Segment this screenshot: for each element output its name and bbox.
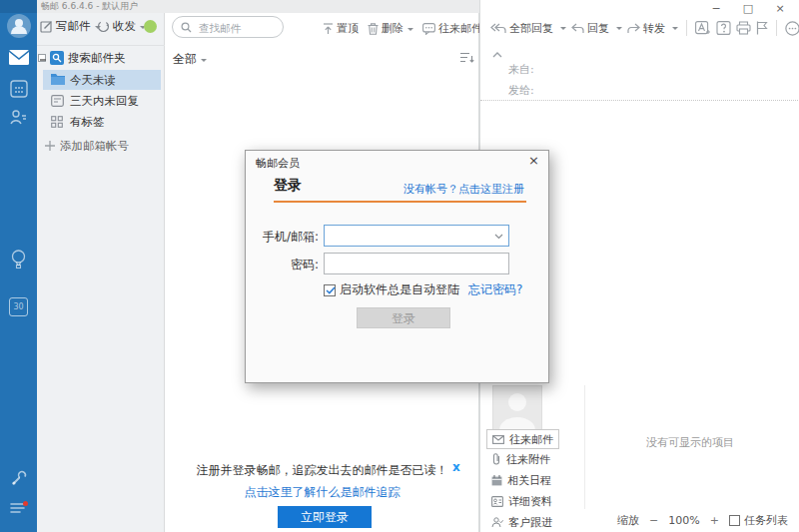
sort-icon	[460, 52, 474, 64]
send-receive-button[interactable]: 收发	[97, 19, 146, 34]
task-list-label: 任务列表	[744, 513, 788, 528]
dialog-login-button[interactable]: 登录	[357, 307, 450, 328]
contacts-nav-button[interactable]	[0, 108, 37, 127]
task-list-checkbox[interactable]	[729, 515, 740, 526]
password-input[interactable]	[329, 256, 494, 273]
register-link[interactable]: 没有帐号？点击这里注册	[403, 182, 524, 197]
zoom-in-button[interactable]: +	[710, 514, 719, 527]
minimize-button[interactable]: −	[708, 2, 724, 16]
contact-tab-label: 往来附件	[506, 452, 550, 467]
calendar-30-button[interactable]: 30	[0, 297, 37, 316]
reply-label: 回复	[587, 21, 609, 36]
menu-button[interactable]	[0, 501, 37, 515]
tree-collapse-icon[interactable]	[38, 54, 46, 62]
forward-caret-icon	[672, 27, 678, 33]
flag-button[interactable]	[756, 21, 768, 35]
font-size-icon	[695, 21, 711, 35]
reply-caret-icon	[616, 27, 622, 33]
delete-caret-icon	[407, 28, 413, 34]
from-label: 来自:	[508, 62, 534, 77]
filter-dropdown[interactable]: 全部	[173, 51, 207, 68]
promo-tracking-link[interactable]: 点击这里了解什么是邮件追踪	[165, 484, 479, 501]
delete-button[interactable]: 删除	[368, 21, 413, 36]
more-reading-actions-button[interactable]	[785, 21, 799, 36]
forgot-password-link[interactable]: 忘记密码?	[468, 281, 522, 298]
pin-top-button[interactable]: 置顶	[323, 21, 359, 36]
account-combo[interactable]	[324, 225, 509, 247]
dialog-close-button[interactable]: ×	[528, 153, 539, 168]
toolbar-divider	[776, 20, 777, 36]
folder-item-label: 三天内未回复	[70, 91, 139, 111]
folder-item-today-unread[interactable]: 今天未读	[43, 70, 161, 90]
promo-close-label: x	[452, 460, 460, 474]
contact-tab-related-schedule[interactable]: 相关日程	[486, 471, 556, 489]
dialog-title: 畅邮会员	[256, 156, 300, 171]
balloon-nav-button[interactable]	[0, 250, 37, 269]
contact-tab-correspondence-attachments[interactable]: 往来附件	[486, 450, 555, 468]
avatar-icon	[6, 13, 32, 39]
account-input[interactable]	[329, 228, 494, 246]
mail-nav-button[interactable]	[0, 50, 37, 65]
font-size-button[interactable]	[695, 21, 711, 35]
reply-all-caret-icon	[560, 27, 566, 33]
promo-close-button[interactable]: x	[452, 460, 460, 474]
filter-caret-icon	[201, 59, 207, 65]
correspondence-button[interactable]: 往来邮件	[422, 21, 482, 36]
contact-tab-correspondence-mail[interactable]: 往来邮件	[486, 429, 559, 449]
folder-root-search-folders[interactable]: 搜索邮件夹	[37, 48, 165, 68]
reply-icon	[571, 23, 584, 34]
auto-login-checkbox[interactable]	[324, 284, 336, 296]
calendar-grid-icon	[10, 80, 28, 98]
id-card-icon	[491, 496, 503, 507]
compose-button[interactable]: 写邮件	[40, 19, 101, 34]
more-circle-icon	[785, 21, 799, 36]
icon-rail: 30	[0, 0, 37, 532]
zoom-value: 100%	[668, 514, 699, 527]
list-toolbar: 置顶 删除 往来邮件	[323, 21, 505, 36]
sort-button[interactable]	[460, 52, 474, 64]
question-icon	[716, 21, 731, 35]
password-field[interactable]	[324, 253, 509, 274]
settings-button[interactable]	[0, 469, 37, 487]
promo-login-button[interactable]: 立即登录	[278, 506, 372, 528]
flag-icon	[756, 21, 768, 35]
folder-item-no-reply-3days[interactable]: 三天内未回复	[43, 91, 161, 111]
folder-item-tagged[interactable]: 有标签	[43, 112, 161, 132]
account-avatar-button[interactable]	[0, 13, 37, 39]
contact-tab-details[interactable]: 详细资料	[486, 492, 557, 510]
promo-text-label: 注册并登录畅邮，追踪发出去的邮件是否已读！	[197, 463, 448, 477]
wrench-icon	[10, 469, 28, 487]
chat-bubble-icon	[422, 23, 435, 35]
add-account-button[interactable]: 添加邮箱帐号	[45, 137, 129, 155]
check-icon	[326, 286, 336, 294]
trash-icon	[368, 23, 379, 35]
paperclip-icon	[491, 453, 501, 465]
auto-login-toggle[interactable]: 启动软件总是自动登陆	[324, 281, 459, 298]
password-label: 密码:	[246, 257, 319, 273]
chevron-up-icon	[492, 52, 502, 58]
online-status-dot[interactable]	[144, 20, 157, 33]
close-button[interactable]: ×	[772, 2, 788, 16]
maximize-button[interactable]: □	[740, 2, 756, 16]
help-button[interactable]	[716, 21, 731, 35]
collapse-header-button[interactable]	[492, 52, 502, 58]
calendar-nav-button[interactable]	[0, 80, 37, 98]
print-button[interactable]	[736, 21, 751, 35]
combo-chevron-icon[interactable]	[494, 234, 503, 240]
reply-all-button[interactable]: 全部回复	[490, 21, 566, 36]
hamburger-menu-icon	[9, 501, 29, 515]
contact-tab-label: 详细资料	[508, 494, 552, 509]
reply-button[interactable]: 回复	[571, 21, 622, 36]
contacts-icon	[9, 108, 28, 127]
heading-underline	[274, 201, 526, 203]
forward-button[interactable]: 转发	[627, 21, 678, 36]
search-input[interactable]	[197, 19, 283, 37]
search-box[interactable]	[172, 16, 284, 38]
reply-all-icon	[490, 23, 506, 34]
zoom-out-button[interactable]: −	[649, 514, 658, 527]
person-silhouette-icon	[493, 386, 541, 430]
add-account-label: 添加邮箱帐号	[60, 139, 129, 154]
login-heading: 登录	[274, 177, 302, 195]
calendar-30-badge: 30	[13, 302, 23, 311]
task-list-toggle[interactable]: 任务列表	[729, 513, 788, 528]
